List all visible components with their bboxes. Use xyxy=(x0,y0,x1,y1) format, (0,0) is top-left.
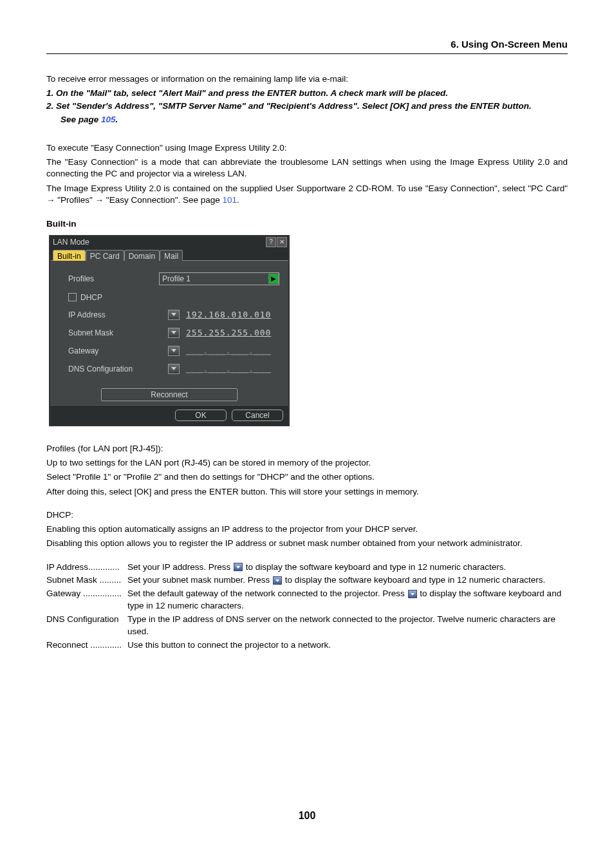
tab-domain[interactable]: Domain xyxy=(124,250,160,261)
def-gateway-text: Set the default gateway of the network c… xyxy=(127,588,568,612)
tab-mail[interactable]: Mail xyxy=(160,250,183,261)
easy-p3-pre: The Image Express Utility 2.0 is contain… xyxy=(46,184,568,205)
def-subnet-term: Subnet Mask ......... xyxy=(46,574,127,587)
row-subnet: Subnet Mask 255.255.255.000 xyxy=(59,328,279,338)
profiles-h: Profiles (for LAN port [RJ-45]): xyxy=(46,443,568,455)
profiles-block: Profiles (for LAN port [RJ-45]): Up to t… xyxy=(46,443,568,498)
tab-pccard[interactable]: PC Card xyxy=(86,250,124,261)
keyboard-icon xyxy=(234,563,243,571)
profiles-value: Profile 1 xyxy=(160,274,268,283)
ok-button[interactable]: OK xyxy=(175,410,227,421)
dhcp-checkbox[interactable] xyxy=(68,293,77,301)
row-ip: IP Address 192.168.010.010 xyxy=(59,310,279,320)
easy-p3-post: . xyxy=(237,195,239,205)
easy-connection-block: To execute "Easy Connection" using Image… xyxy=(46,142,568,206)
gateway-label: Gateway xyxy=(68,346,168,355)
see-page-link[interactable]: 105 xyxy=(101,115,116,124)
subnet-label: Subnet Mask xyxy=(68,328,168,337)
def-gateway-term: Gateway ................ xyxy=(46,588,127,612)
def-gateway: Gateway ................ Set the default… xyxy=(46,588,568,612)
dhcp-block: DHCP: Enabling this option automatically… xyxy=(46,509,568,550)
easy-p3: The Image Express Utility 2.0 is contain… xyxy=(46,183,568,206)
row-profiles: Profiles Profile 1 ▶ xyxy=(59,272,279,285)
title-icons: ? ✕ xyxy=(266,237,287,247)
def-reconnect: Reconnect ............. Use this button … xyxy=(46,639,568,652)
keyboard-icon xyxy=(273,576,282,585)
easy-p3-link[interactable]: 101 xyxy=(223,195,237,205)
lan-mode-dialog: LAN Mode ? ✕ Built-in PC Card Domain Mai… xyxy=(49,235,290,426)
page: 6. Using On-Screen Menu To receive error… xyxy=(0,0,614,837)
see-page: See page 105. xyxy=(60,114,568,126)
def-reconnect-text: Use this button to connect the projector… xyxy=(127,639,568,652)
keyboard-icon xyxy=(408,590,417,598)
help-icon[interactable]: ? xyxy=(266,237,276,247)
dialog-titlebar: LAN Mode ? ✕ xyxy=(50,236,288,248)
dialog-tabs: Built-in PC Card Domain Mail xyxy=(50,248,288,260)
keyboard-icon[interactable] xyxy=(168,310,180,320)
intro-lead: To receive error messages or information… xyxy=(46,73,568,85)
dialog-title: LAN Mode xyxy=(53,238,266,247)
close-icon[interactable]: ✕ xyxy=(277,237,287,247)
builtin-heading: Built-in xyxy=(46,219,568,229)
definitions: IP Address............. Set your IP addr… xyxy=(46,561,568,652)
email-intro: To receive error messages or information… xyxy=(46,73,568,126)
dialog-screenshot: LAN Mode ? ✕ Built-in PC Card Domain Mai… xyxy=(49,235,568,426)
profiles-p2: Select "Profile 1" or "Profile 2" and th… xyxy=(46,471,568,483)
gateway-value[interactable]: ___.___.___.___ xyxy=(186,346,271,355)
dialog-body: Profiles Profile 1 ▶ DHCP IP Address 192… xyxy=(50,260,288,405)
row-dhcp: DHCP xyxy=(59,293,279,302)
profiles-select[interactable]: Profile 1 ▶ xyxy=(159,272,279,285)
keyboard-icon[interactable] xyxy=(168,346,180,356)
profiles-label: Profiles xyxy=(68,274,159,283)
intro-steps: 1. On the "Mail" tab, select "Alert Mail… xyxy=(46,88,568,112)
keyboard-icon[interactable] xyxy=(168,364,180,374)
row-gateway: Gateway ___.___.___.___ xyxy=(59,346,279,356)
chevron-right-icon: ▶ xyxy=(268,274,279,284)
def-subnet: Subnet Mask ......... Set your subnet ma… xyxy=(46,574,568,587)
reconnect-button[interactable]: Reconnect xyxy=(101,388,237,401)
subnet-value[interactable]: 255.255.255.000 xyxy=(186,328,271,337)
dns-label: DNS Configuration xyxy=(68,364,168,373)
def-subnet-text: Set your subnet mask number. Press to di… xyxy=(127,574,568,587)
row-dns: DNS Configuration ___.___.___.___ xyxy=(59,364,279,374)
def-ip-term: IP Address............. xyxy=(46,561,127,574)
profiles-p3: After doing this, select [OK] and press … xyxy=(46,486,568,498)
def-reconnect-term: Reconnect ............. xyxy=(46,639,127,652)
dns-value[interactable]: ___.___.___.___ xyxy=(186,364,271,373)
see-page-prefix: See page xyxy=(60,115,101,124)
page-number: 100 xyxy=(0,810,614,822)
dhcp-p2: Disabling this option allows you to regi… xyxy=(46,538,568,549)
tab-builtin[interactable]: Built-in xyxy=(53,250,86,261)
def-dns-text: Type in the IP address of DNS server on … xyxy=(127,614,568,638)
def-ip-text: Set your IP address. Press to display th… xyxy=(127,561,568,574)
def-dns: DNS Configuration Type in the IP address… xyxy=(46,614,568,638)
def-ip: IP Address............. Set your IP addr… xyxy=(46,561,568,574)
cancel-button[interactable]: Cancel xyxy=(232,410,283,421)
section-header: 6. Using On-Screen Menu xyxy=(46,39,568,54)
ip-value[interactable]: 192.168.010.010 xyxy=(186,310,271,319)
easy-p2: The "Easy Connection" is a mode that can… xyxy=(46,156,568,180)
keyboard-icon[interactable] xyxy=(168,328,180,338)
dhcp-h: DHCP: xyxy=(46,509,568,521)
easy-p1: To execute "Easy Connection" using Image… xyxy=(46,142,568,154)
dhcp-p1: Enabling this option automatically assig… xyxy=(46,524,568,535)
see-page-suffix: . xyxy=(116,115,118,124)
intro-step-2: 2. Set "Sender's Address", "SMTP Server … xyxy=(46,100,568,112)
intro-step-1: 1. On the "Mail" tab, select "Alert Mail… xyxy=(46,88,568,99)
def-dns-term: DNS Configuration xyxy=(46,614,127,638)
dhcp-label: DHCP xyxy=(80,293,102,302)
ip-label: IP Address xyxy=(68,310,168,319)
dialog-footer: OK Cancel xyxy=(50,405,288,425)
profiles-p1: Up to two settings for the LAN port (RJ-… xyxy=(46,457,568,469)
